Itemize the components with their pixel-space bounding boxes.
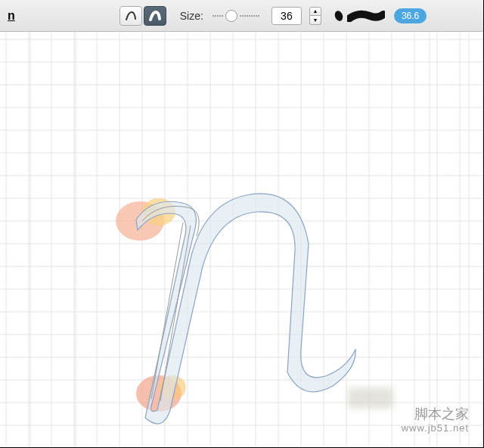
stepper-down-button[interactable]: ▼ (309, 16, 321, 25)
drawing-canvas[interactable]: 脚本之家 www.jb51.net (0, 32, 484, 448)
size-input[interactable] (271, 7, 302, 25)
toolbar: n Size: ▲ ▼ 36.6 (0, 0, 483, 32)
glyph-drawing (0, 32, 484, 448)
slider-thumb[interactable] (225, 10, 237, 22)
brush-value-badge: 36.6 (394, 8, 427, 23)
brush-tip-icon (334, 9, 344, 22)
size-stepper: ▲ ▼ (309, 7, 321, 25)
stepper-up-button[interactable]: ▲ (309, 7, 321, 16)
character-label: n (6, 9, 15, 23)
blur-artifact (348, 387, 393, 409)
stroke-outline-button[interactable] (119, 6, 142, 26)
stroke-fill-button[interactable] (144, 6, 166, 26)
brush-stroke-icon (347, 10, 385, 22)
size-slider[interactable] (213, 10, 259, 22)
size-label: Size: (180, 10, 203, 22)
stroke-toggle-group (119, 6, 166, 26)
brush-preview: 36.6 (335, 8, 427, 23)
